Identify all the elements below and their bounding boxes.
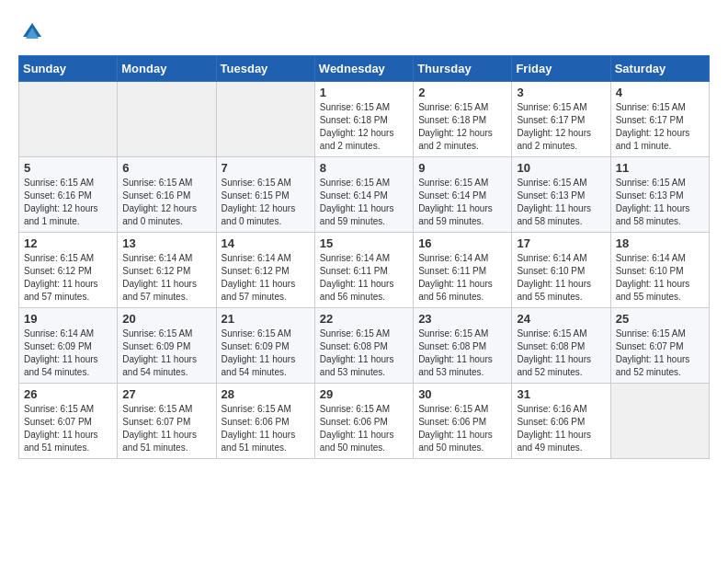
- day-info: Sunrise: 6:15 AM Sunset: 6:17 PM Dayligh…: [517, 101, 605, 153]
- calendar-cell: 10Sunrise: 6:15 AM Sunset: 6:13 PM Dayli…: [512, 157, 610, 233]
- calendar-cell: 13Sunrise: 6:14 AM Sunset: 6:12 PM Dayli…: [118, 233, 216, 308]
- calendar-cell: 12Sunrise: 6:15 AM Sunset: 6:12 PM Dayli…: [19, 233, 118, 308]
- day-info: Sunrise: 6:15 AM Sunset: 6:07 PM Dayligh…: [616, 327, 704, 379]
- day-number: 10: [517, 161, 605, 175]
- calendar-week-5: 26Sunrise: 6:15 AM Sunset: 6:07 PM Dayli…: [19, 384, 710, 459]
- day-info: Sunrise: 6:15 AM Sunset: 6:18 PM Dayligh…: [320, 101, 408, 153]
- day-number: 22: [320, 312, 408, 326]
- day-number: 30: [418, 387, 506, 401]
- calendar-cell: 23Sunrise: 6:15 AM Sunset: 6:08 PM Dayli…: [414, 308, 512, 384]
- day-number: 2: [418, 86, 506, 99]
- day-number: 11: [616, 161, 704, 175]
- day-info: Sunrise: 6:14 AM Sunset: 6:11 PM Dayligh…: [320, 252, 408, 304]
- day-number: 3: [517, 86, 605, 99]
- day-number: 17: [517, 236, 605, 250]
- header-wednesday: Wednesday: [314, 56, 413, 82]
- calendar-cell: 17Sunrise: 6:14 AM Sunset: 6:10 PM Dayli…: [512, 233, 610, 308]
- day-number: 8: [320, 161, 408, 175]
- calendar-cell: 26Sunrise: 6:15 AM Sunset: 6:07 PM Dayli…: [19, 384, 118, 459]
- calendar-cell: 2Sunrise: 6:15 AM Sunset: 6:18 PM Daylig…: [414, 82, 512, 157]
- calendar-week-2: 5Sunrise: 6:15 AM Sunset: 6:16 PM Daylig…: [19, 157, 710, 233]
- calendar-week-1: 1Sunrise: 6:15 AM Sunset: 6:18 PM Daylig…: [19, 82, 710, 157]
- day-info: Sunrise: 6:15 AM Sunset: 6:06 PM Dayligh…: [320, 403, 408, 454]
- calendar-cell: 8Sunrise: 6:15 AM Sunset: 6:14 PM Daylig…: [314, 157, 413, 233]
- day-number: 18: [616, 236, 704, 250]
- calendar-cell: 29Sunrise: 6:15 AM Sunset: 6:06 PM Dayli…: [314, 384, 413, 459]
- day-info: Sunrise: 6:15 AM Sunset: 6:06 PM Dayligh…: [222, 403, 310, 454]
- day-info: Sunrise: 6:15 AM Sunset: 6:12 PM Dayligh…: [24, 252, 112, 304]
- calendar-cell: 19Sunrise: 6:14 AM Sunset: 6:09 PM Dayli…: [19, 308, 118, 384]
- day-info: Sunrise: 6:15 AM Sunset: 6:18 PM Dayligh…: [418, 101, 506, 153]
- calendar-cell: 24Sunrise: 6:15 AM Sunset: 6:08 PM Dayli…: [512, 308, 610, 384]
- day-info: Sunrise: 6:15 AM Sunset: 6:14 PM Dayligh…: [418, 177, 506, 228]
- calendar-cell: [216, 82, 314, 157]
- day-number: 27: [122, 387, 210, 401]
- day-number: 20: [122, 312, 210, 326]
- header-tuesday: Tuesday: [216, 56, 314, 82]
- calendar-cell: 18Sunrise: 6:14 AM Sunset: 6:10 PM Dayli…: [610, 233, 709, 308]
- day-info: Sunrise: 6:15 AM Sunset: 6:13 PM Dayligh…: [616, 177, 704, 228]
- day-number: 5: [24, 161, 112, 175]
- day-info: Sunrise: 6:15 AM Sunset: 6:08 PM Dayligh…: [320, 327, 408, 379]
- calendar-table: SundayMondayTuesdayWednesdayThursdayFrid…: [18, 55, 710, 459]
- logo-icon: [18, 18, 46, 46]
- calendar-cell: 20Sunrise: 6:15 AM Sunset: 6:09 PM Dayli…: [118, 308, 216, 384]
- day-number: 19: [24, 312, 112, 326]
- day-info: Sunrise: 6:14 AM Sunset: 6:11 PM Dayligh…: [418, 252, 506, 304]
- day-number: 25: [616, 312, 704, 326]
- day-number: 15: [320, 236, 408, 250]
- calendar-cell: 16Sunrise: 6:14 AM Sunset: 6:11 PM Dayli…: [414, 233, 512, 308]
- calendar-cell: 30Sunrise: 6:15 AM Sunset: 6:06 PM Dayli…: [414, 384, 512, 459]
- day-info: Sunrise: 6:14 AM Sunset: 6:10 PM Dayligh…: [517, 252, 605, 304]
- day-number: 28: [222, 387, 310, 401]
- day-number: 26: [24, 387, 112, 401]
- calendar-header-row: SundayMondayTuesdayWednesdayThursdayFrid…: [19, 56, 710, 82]
- header-saturday: Saturday: [610, 56, 709, 82]
- day-number: 23: [418, 312, 506, 326]
- calendar-cell: 5Sunrise: 6:15 AM Sunset: 6:16 PM Daylig…: [19, 157, 118, 233]
- calendar-cell: 7Sunrise: 6:15 AM Sunset: 6:15 PM Daylig…: [216, 157, 314, 233]
- day-number: 4: [616, 86, 704, 99]
- calendar-cell: 3Sunrise: 6:15 AM Sunset: 6:17 PM Daylig…: [512, 82, 610, 157]
- day-number: 24: [517, 312, 605, 326]
- day-number: 16: [418, 236, 506, 250]
- day-info: Sunrise: 6:15 AM Sunset: 6:08 PM Dayligh…: [517, 327, 605, 379]
- day-info: Sunrise: 6:14 AM Sunset: 6:09 PM Dayligh…: [24, 327, 112, 379]
- day-number: 29: [320, 387, 408, 401]
- calendar-cell: 9Sunrise: 6:15 AM Sunset: 6:14 PM Daylig…: [414, 157, 512, 233]
- header-thursday: Thursday: [414, 56, 512, 82]
- calendar-cell: [610, 384, 709, 459]
- day-number: 1: [320, 86, 408, 99]
- calendar-cell: 6Sunrise: 6:15 AM Sunset: 6:16 PM Daylig…: [118, 157, 216, 233]
- day-info: Sunrise: 6:15 AM Sunset: 6:07 PM Dayligh…: [24, 403, 112, 454]
- day-number: 14: [222, 236, 310, 250]
- calendar-week-4: 19Sunrise: 6:14 AM Sunset: 6:09 PM Dayli…: [19, 308, 710, 384]
- header-friday: Friday: [512, 56, 610, 82]
- header-sunday: Sunday: [19, 56, 118, 82]
- day-number: 21: [222, 312, 310, 326]
- day-info: Sunrise: 6:15 AM Sunset: 6:08 PM Dayligh…: [418, 327, 506, 379]
- calendar-cell: 22Sunrise: 6:15 AM Sunset: 6:08 PM Dayli…: [314, 308, 413, 384]
- calendar-cell: 14Sunrise: 6:14 AM Sunset: 6:12 PM Dayli…: [216, 233, 314, 308]
- calendar-cell: [19, 82, 118, 157]
- calendar-cell: 4Sunrise: 6:15 AM Sunset: 6:17 PM Daylig…: [610, 82, 709, 157]
- day-number: 7: [222, 161, 310, 175]
- day-info: Sunrise: 6:15 AM Sunset: 6:06 PM Dayligh…: [418, 403, 506, 454]
- logo: [18, 18, 51, 46]
- day-info: Sunrise: 6:15 AM Sunset: 6:15 PM Dayligh…: [222, 177, 310, 228]
- day-number: 13: [122, 236, 210, 250]
- calendar-cell: 21Sunrise: 6:15 AM Sunset: 6:09 PM Dayli…: [216, 308, 314, 384]
- day-info: Sunrise: 6:15 AM Sunset: 6:17 PM Dayligh…: [616, 101, 704, 153]
- calendar-week-3: 12Sunrise: 6:15 AM Sunset: 6:12 PM Dayli…: [19, 233, 710, 308]
- calendar-cell: 28Sunrise: 6:15 AM Sunset: 6:06 PM Dayli…: [216, 384, 314, 459]
- day-number: 6: [122, 161, 210, 175]
- day-info: Sunrise: 6:14 AM Sunset: 6:12 PM Dayligh…: [122, 252, 210, 304]
- day-info: Sunrise: 6:15 AM Sunset: 6:13 PM Dayligh…: [517, 177, 605, 228]
- calendar-cell: 11Sunrise: 6:15 AM Sunset: 6:13 PM Dayli…: [610, 157, 709, 233]
- day-info: Sunrise: 6:15 AM Sunset: 6:09 PM Dayligh…: [222, 327, 310, 379]
- day-number: 31: [517, 387, 605, 401]
- day-number: 12: [24, 236, 112, 250]
- calendar-cell: 27Sunrise: 6:15 AM Sunset: 6:07 PM Dayli…: [118, 384, 216, 459]
- day-info: Sunrise: 6:15 AM Sunset: 6:16 PM Dayligh…: [24, 177, 112, 228]
- calendar-cell: 25Sunrise: 6:15 AM Sunset: 6:07 PM Dayli…: [610, 308, 709, 384]
